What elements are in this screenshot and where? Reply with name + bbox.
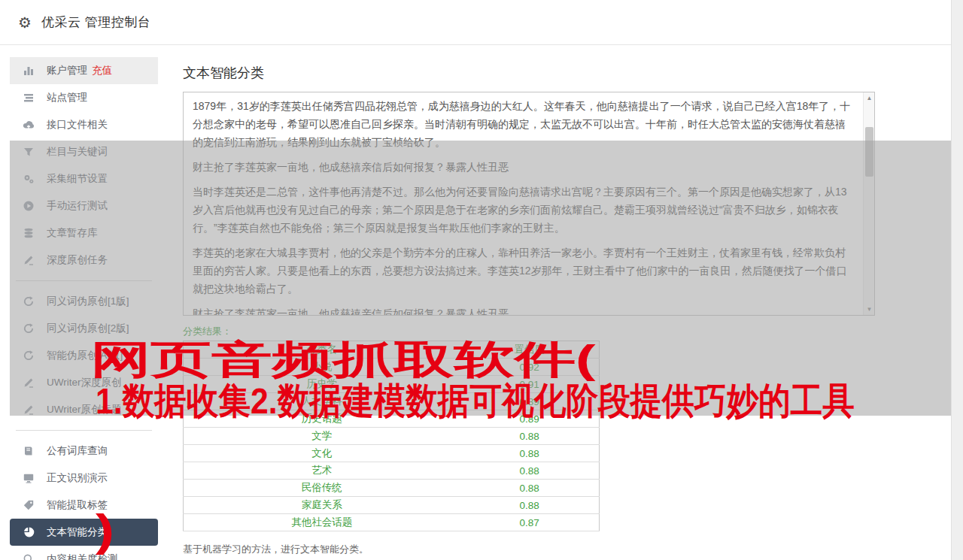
play-icon <box>23 200 35 212</box>
table-row: 家庭关系0.88 <box>184 497 600 514</box>
recharge-link[interactable]: 充值 <box>92 64 112 77</box>
results-label: 分类结果： <box>183 325 232 338</box>
category-cell: 艺术 <box>184 462 460 480</box>
sidebar-item-label: 深度原创任务 <box>47 253 108 267</box>
sidebar-item-body-recognition-demo[interactable]: 正文识别演示 <box>10 465 158 492</box>
sidebar-item-synonym-rewrite-v1[interactable]: 同义词伪原创[1版] <box>10 288 158 315</box>
sidebar-item-account-management[interactable]: 账户管理充值 <box>10 57 158 84</box>
sidebar-item-uwriter-original-title[interactable]: UWriter原创标题 <box>10 396 158 423</box>
sidebar-item-label: 公有词库查询 <box>47 444 108 458</box>
sidebar-item-label: 智能伪原创[AI版] <box>47 349 123 362</box>
sidebar-item-label: 正文识别演示 <box>47 471 108 485</box>
pie-chart-icon <box>23 526 35 538</box>
sidebar-item-collection-settings[interactable]: 采集细节设置 <box>10 165 158 192</box>
article-paragraph: 当时李莲英还是二总管，这件事他再清楚不过。那么他为何还要冒险向慈禧请求出宫呢？主… <box>193 183 853 237</box>
sidebar-item-text-classification[interactable]: 文本智能分类 <box>10 519 158 546</box>
page-title: 文本智能分类 <box>183 64 264 82</box>
scroll-up-arrow[interactable]: ▲ <box>864 92 875 104</box>
table-row: 小说0.92 <box>184 359 600 376</box>
refresh-icon <box>23 322 35 334</box>
refresh-icon <box>23 350 35 362</box>
category-cell: 文学 <box>184 428 460 445</box>
sidebar-divider <box>16 430 152 431</box>
category-cell: 历史学 <box>184 376 460 393</box>
scrollbar-thumb[interactable] <box>865 127 873 177</box>
sidebar-item-public-lexicon-query[interactable]: 公有词库查询 <box>10 437 158 465</box>
category-cell: 其他社会话题 <box>184 514 460 531</box>
classification-table: 分类名置信度 小说0.92历史学0.91人文学科0.89历史话题0.89文学0.… <box>183 341 600 531</box>
confidence-cell: 0.88 <box>460 445 599 462</box>
category-cell: 文化 <box>184 445 460 462</box>
monitor-icon <box>23 472 35 484</box>
table-row: 人文学科0.89 <box>184 393 600 410</box>
category-cell: 家庭关系 <box>184 497 460 514</box>
table-header-row: 分类名置信度 <box>184 341 600 359</box>
sidebar: 账户管理充值站点管理接口文件相关栏目与关键词采集细节设置手动运行测试文章暂存库深… <box>10 57 158 560</box>
confidence-cell: 0.88 <box>460 428 599 445</box>
sidebar-item-label: 同义词伪原创[2版] <box>47 322 129 335</box>
table-row: 文学0.88 <box>184 428 600 445</box>
top-header: ⚙ 优采云 管理控制台 <box>0 0 951 45</box>
sidebar-item-interface-files[interactable]: 接口文件相关 <box>10 111 158 138</box>
article-paragraph: 李莲英的老家在大城县李贾村，他的父亲是个勤劳本分的庄稼人，靠种田养活一家老小。李… <box>193 244 853 298</box>
sidebar-item-smart-tag-extract[interactable]: 智能提取标签 <box>10 492 158 519</box>
table-row: 历史学0.91 <box>184 376 600 393</box>
table-row: 文化0.88 <box>184 445 600 462</box>
sidebar-item-site-management[interactable]: 站点管理 <box>10 84 158 111</box>
refresh-icon <box>23 295 35 307</box>
list-icon <box>23 92 35 104</box>
scroll-down-arrow[interactable]: ▼ <box>864 304 875 315</box>
table-row: 艺术0.88 <box>184 462 600 480</box>
sidebar-item-label: UWriter原创标题 <box>47 403 122 416</box>
confidence-cell: 0.88 <box>460 462 599 480</box>
sidebar-item-label: 手动运行测试 <box>47 199 108 213</box>
sidebar-item-synonym-rewrite-v2[interactable]: 同义词伪原创[2版] <box>10 315 158 342</box>
sidebar-item-columns-keywords[interactable]: 栏目与关键词 <box>10 138 158 165</box>
confidence-cell: 0.87 <box>460 514 599 531</box>
sidebar-item-uwriter-deep-original[interactable]: UWriter深度原创 <box>10 369 158 396</box>
filter-icon <box>23 146 35 158</box>
book-icon <box>23 445 35 457</box>
sidebar-item-manual-run-test[interactable]: 手动运行测试 <box>10 192 158 219</box>
tag-icon <box>23 499 35 511</box>
confidence-cell: 0.92 <box>460 359 599 376</box>
cloud-upload-icon <box>23 119 35 131</box>
database-icon <box>23 227 35 239</box>
sidebar-item-label: 文章暂存库 <box>47 226 98 240</box>
sidebar-item-label: 内容相关度检测 <box>47 552 118 560</box>
sidebar-item-label: 同义词伪原创[1版] <box>47 295 129 308</box>
gear-icon: ⚙ <box>18 15 32 30</box>
confidence-cell: 0.89 <box>460 393 599 410</box>
confidence-cell: 0.89 <box>460 410 599 428</box>
sidebar-item-article-staging[interactable]: 文章暂存库 <box>10 219 158 247</box>
textarea-scrollbar[interactable]: ▲ ▼ <box>863 92 874 315</box>
edit-icon <box>23 377 35 389</box>
sidebar-item-label: 文本智能分类 <box>47 525 108 539</box>
category-cell: 历史话题 <box>184 410 460 428</box>
sidebar-item-label: 智能提取标签 <box>47 498 108 512</box>
browser-scrollbar[interactable] <box>951 0 963 560</box>
sidebar-item-label: 采集细节设置 <box>47 172 108 186</box>
sidebar-item-label: 栏目与关键词 <box>47 145 108 159</box>
article-paragraph: 财主抢了李莲英家一亩地，他成慈禧亲信后如何报复？暴露人性丑恶 <box>193 158 853 176</box>
table-column-header: 分类名 <box>184 341 460 359</box>
edit-icon <box>23 254 35 266</box>
app-title: 优采云 管理控制台 <box>41 14 150 31</box>
article-paragraph: 财主抢了李莲英家一亩地，他成慈禧亲信后如何报复？暴露人性丑恶 <box>193 304 853 316</box>
footer-note: 基于机器学习的方法，进行文本智能分类。 <box>183 543 369 556</box>
table-row: 民俗传统0.88 <box>184 480 600 497</box>
gears-icon <box>23 173 35 185</box>
sidebar-item-label: 接口文件相关 <box>47 118 108 132</box>
table-row: 历史话题0.89 <box>184 410 600 428</box>
confidence-cell: 0.88 <box>460 480 599 497</box>
sidebar-item-deep-original-task[interactable]: 深度原创任务 <box>10 247 158 274</box>
article-textarea[interactable]: 1879年，31岁的李莲英出任储秀宫四品花翎总管，成为慈禧身边的大红人。这年春天… <box>183 92 875 316</box>
sidebar-item-label: 站点管理 <box>47 91 87 104</box>
article-text: 1879年，31岁的李莲英出任储秀宫四品花翎总管，成为慈禧身边的大红人。这年春天… <box>193 97 853 316</box>
sidebar-item-smart-rewrite[interactable]: 智能伪原创[AI版] <box>10 342 158 369</box>
category-cell: 民俗传统 <box>184 480 460 497</box>
sidebar-item-content-relevance-check[interactable]: 内容相关度检测 <box>10 546 158 560</box>
sidebar-item-label: 账户管理 <box>47 64 87 77</box>
article-paragraph: 1879年，31岁的李莲英出任储秀宫四品花翎总管，成为慈禧身边的大红人。这年春天… <box>193 97 853 151</box>
confidence-cell: 0.91 <box>460 376 599 393</box>
